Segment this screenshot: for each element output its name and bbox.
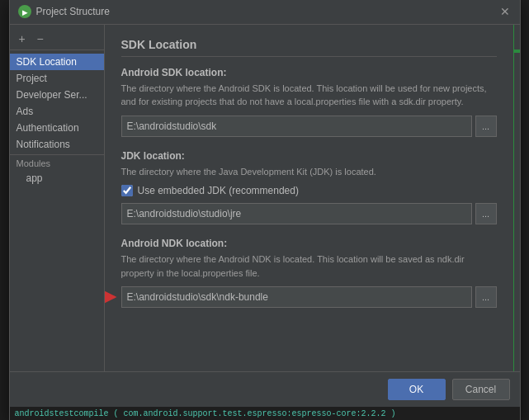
embedded-jdk-label: Use embedded JDK (recommended) xyxy=(138,185,299,196)
sidebar-item-developer-services[interactable]: Developer Ser... xyxy=(10,87,104,103)
jdk-field-row: ... xyxy=(121,203,497,224)
jdk-browse-button[interactable]: ... xyxy=(475,203,497,224)
android-sdk-description: The directory where the Android SDK is l… xyxy=(121,82,497,109)
sidebar-item-project[interactable]: Project xyxy=(10,70,104,87)
modules-group-label: Modules xyxy=(10,154,104,170)
android-ndk-field-row: ... xyxy=(121,286,497,308)
sidebar-item-ads[interactable]: Ads xyxy=(10,103,104,120)
android-sdk-browse-button[interactable]: ... xyxy=(475,116,497,137)
title-bar: ▶ Project Structure ✕ xyxy=(10,0,520,25)
sidebar-toolbar: + − xyxy=(10,28,104,50)
add-button[interactable]: + xyxy=(15,31,30,46)
sidebar-item-app[interactable]: app xyxy=(10,170,104,186)
right-gutter-mark xyxy=(514,50,520,53)
project-structure-dialog: ▶ Project Structure ✕ + − SDK Location P… xyxy=(9,0,521,420)
bottom-bar: androidstestcompile ( com.android.suppor… xyxy=(10,407,520,421)
bottom-bar-text: androidstestcompile ( com.android.suppor… xyxy=(15,409,396,418)
right-gutter xyxy=(513,25,520,371)
dialog-body: + − SDK Location Project Developer Ser..… xyxy=(10,25,520,371)
android-sdk-title: Android SDK location: xyxy=(121,67,497,78)
ok-button[interactable]: OK xyxy=(388,379,446,400)
android-ndk-input[interactable] xyxy=(121,286,472,308)
android-ndk-browse-button[interactable]: ... xyxy=(475,286,497,308)
android-ndk-title: Android NDK location: xyxy=(121,238,497,249)
jdk-input[interactable] xyxy=(121,203,472,224)
jdk-description: The directory where the Java Development… xyxy=(121,165,497,179)
jdk-title: JDK location: xyxy=(121,150,497,162)
sidebar-item-sdk-location[interactable]: SDK Location xyxy=(10,54,104,70)
remove-button[interactable]: − xyxy=(33,31,48,46)
title-bar-left: ▶ Project Structure xyxy=(18,5,110,18)
android-sdk-field-row: ... xyxy=(121,116,497,137)
sidebar-item-notifications[interactable]: Notifications xyxy=(10,136,104,153)
arrow-svg xyxy=(105,289,120,305)
embedded-jdk-checkbox[interactable] xyxy=(121,185,133,196)
svg-text:▶: ▶ xyxy=(22,9,28,17)
arrow-indicator xyxy=(105,289,120,305)
dialog-footer: OK Cancel xyxy=(10,371,520,407)
jdk-checkbox-row: Use embedded JDK (recommended) xyxy=(121,185,497,196)
close-button[interactable]: ✕ xyxy=(498,5,512,18)
cancel-button[interactable]: Cancel xyxy=(452,379,510,400)
dialog-title: Project Structure xyxy=(36,6,110,17)
android-sdk-input[interactable] xyxy=(121,116,472,137)
sidebar: + − SDK Location Project Developer Ser..… xyxy=(10,25,105,371)
sidebar-item-authentication[interactable]: Authentication xyxy=(10,120,104,136)
main-content: SDK Location Android SDK location: The d… xyxy=(105,25,513,371)
android-ndk-description: The directory where the Android NDK is l… xyxy=(121,252,497,280)
dialog-icon: ▶ xyxy=(18,5,31,18)
section-title: SDK Location xyxy=(121,38,497,57)
